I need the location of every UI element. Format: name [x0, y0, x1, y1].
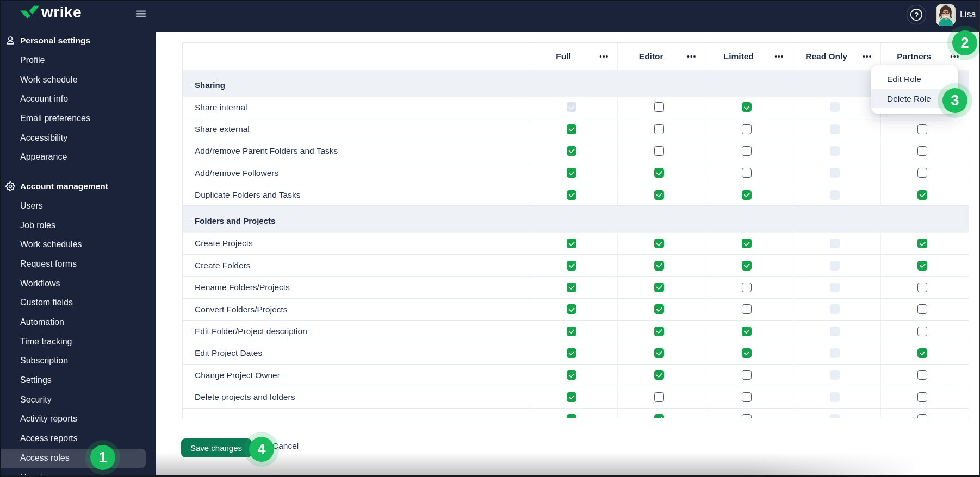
svg-text:?: ?: [914, 11, 919, 19]
